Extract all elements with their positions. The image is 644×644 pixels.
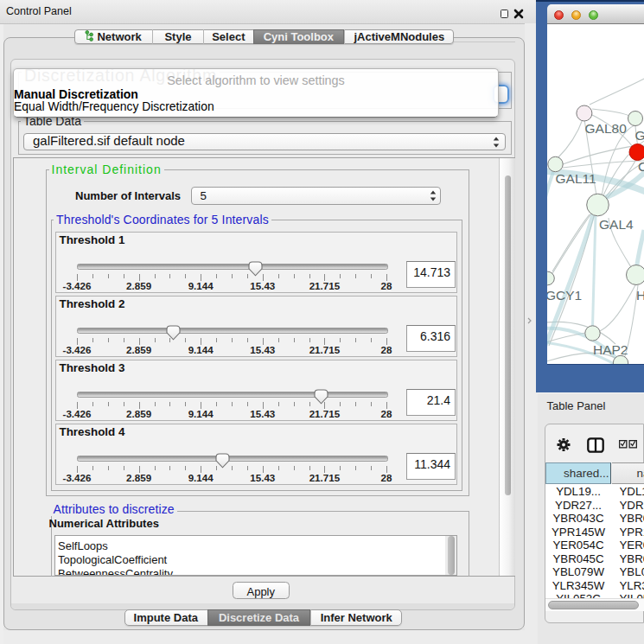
- svg-text:GAL11: GAL11: [555, 171, 596, 186]
- svg-text:GAL: GAL: [634, 127, 644, 142]
- svg-text:C: C: [638, 159, 644, 174]
- svg-text:GCY1: GCY1: [547, 287, 582, 302]
- svg-text:GAL80: GAL80: [584, 120, 627, 135]
- svg-text:HIS4: HIS4: [636, 288, 644, 303]
- svg-text:HAP2: HAP2: [593, 341, 628, 356]
- svg-text:GAL4: GAL4: [599, 217, 634, 232]
